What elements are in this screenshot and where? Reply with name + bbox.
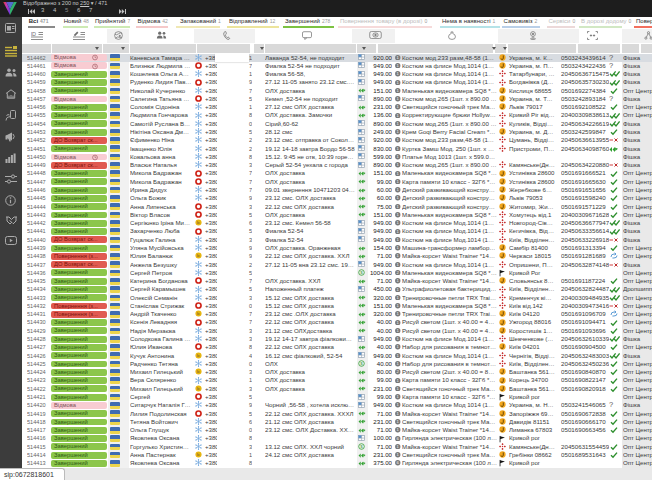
- svg-text:lc: lc: [197, 313, 200, 317]
- svg-text:lc: lc: [197, 354, 200, 358]
- svg-text:lc: lc: [197, 221, 200, 225]
- svg-text:lc: lc: [197, 370, 200, 374]
- svg-text:ID: ID: [31, 31, 36, 37]
- svg-text:lc: lc: [197, 387, 200, 391]
- svg-text:lc: lc: [197, 255, 200, 259]
- svg-text:$: $: [360, 271, 363, 276]
- svg-text:lc: lc: [197, 453, 200, 457]
- svg-text:$: $: [360, 362, 363, 367]
- svg-text:$: $: [360, 444, 363, 449]
